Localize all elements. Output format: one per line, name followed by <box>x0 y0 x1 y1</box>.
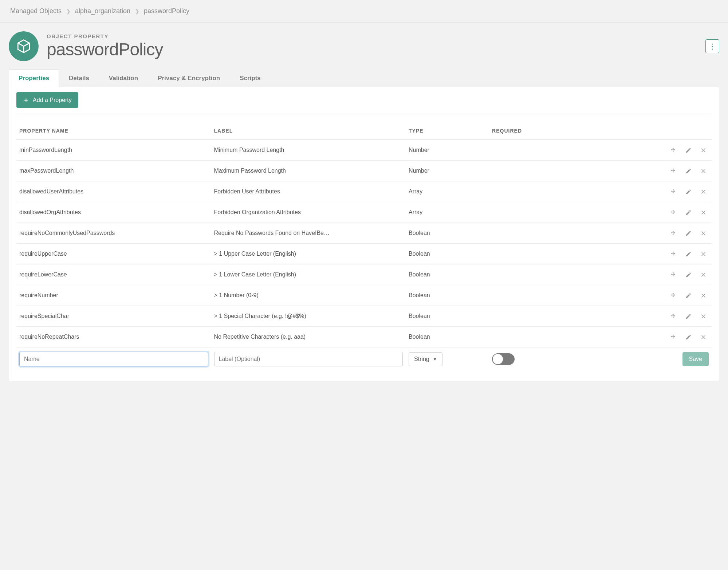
edit-icon[interactable] <box>683 290 693 300</box>
cell-label: Require No Passwords Found on HaveIBeenP… <box>211 223 406 244</box>
cell-label: > 1 Number (0-9) <box>211 285 406 306</box>
table-row: requireNoRepeatCharsNo Repetitive Charac… <box>16 327 712 347</box>
delete-icon[interactable] <box>699 228 709 238</box>
delete-icon[interactable] <box>699 166 709 176</box>
caret-down-icon: ▼ <box>433 357 437 361</box>
move-icon[interactable] <box>668 186 678 197</box>
cell-type: Array <box>406 202 489 223</box>
cell-name: maxPasswordLength <box>16 161 211 181</box>
move-icon[interactable] <box>668 332 678 342</box>
table-row: requireNoCommonlyUsedPasswordsRequire No… <box>16 223 712 244</box>
move-icon[interactable] <box>668 249 678 259</box>
col-header-label: LABEL <box>211 124 406 140</box>
object-icon <box>9 31 39 61</box>
cell-type: Array <box>406 181 489 202</box>
cell-label: No Repetitive Characters (e.g. aaa) <box>211 327 406 347</box>
tab-details[interactable]: Details <box>59 69 99 87</box>
tab-scripts[interactable]: Scripts <box>230 69 271 87</box>
table-row: maxPasswordLengthMaximum Password Length… <box>16 161 712 181</box>
delete-icon[interactable] <box>699 249 709 259</box>
delete-icon[interactable] <box>699 311 709 321</box>
cell-type: Boolean <box>406 285 489 306</box>
chevron-right-icon: ❯ <box>135 8 139 14</box>
cell-required <box>489 306 586 327</box>
col-header-type: TYPE <box>406 124 489 140</box>
edit-icon[interactable] <box>683 249 693 259</box>
edit-icon[interactable] <box>683 207 693 217</box>
cell-name: requireSpecialChar <box>16 306 211 327</box>
chevron-right-icon: ❯ <box>66 8 71 14</box>
cell-name: minPasswordLength <box>16 140 211 161</box>
delete-icon[interactable] <box>699 186 709 197</box>
breadcrumb-link[interactable]: alpha_organization <box>75 7 130 15</box>
move-icon[interactable] <box>668 207 678 217</box>
cell-required <box>489 285 586 306</box>
edit-icon[interactable] <box>683 228 693 238</box>
divider <box>16 114 712 114</box>
page-title: passwordPolicy <box>47 39 163 59</box>
edit-icon[interactable] <box>683 332 693 342</box>
table-row: minPasswordLengthMinimum Password Length… <box>16 140 712 161</box>
more-actions-button[interactable]: ⋮ <box>705 39 719 53</box>
move-icon[interactable] <box>668 145 678 155</box>
cell-required <box>489 161 586 181</box>
cell-required <box>489 223 586 244</box>
col-header-name: PROPERTY NAME <box>16 124 211 140</box>
move-icon[interactable] <box>668 311 678 321</box>
edit-icon[interactable] <box>683 145 693 155</box>
edit-icon[interactable] <box>683 311 693 321</box>
cell-name: requireNoRepeatChars <box>16 327 211 347</box>
breadcrumb: Managed Objects ❯ alpha_organization ❯ p… <box>0 0 728 23</box>
tab-privacy-encryption[interactable]: Privacy & Encryption <box>148 69 230 87</box>
cell-label: Forbidden User Attributes <box>211 181 406 202</box>
cell-label: Maximum Password Length <box>211 161 406 181</box>
tab-properties[interactable]: Properties <box>9 69 59 87</box>
name-input[interactable] <box>19 352 208 366</box>
required-toggle[interactable] <box>492 353 515 365</box>
table-row: disallowedUserAttributesForbidden User A… <box>16 181 712 202</box>
cell-name: requireLowerCase <box>16 264 211 285</box>
cell-type: Number <box>406 140 489 161</box>
add-property-button[interactable]: ＋ Add a Property <box>16 92 78 108</box>
properties-panel: ＋ Add a Property PROPERTY NAME LABEL TYP… <box>9 87 719 381</box>
cell-type: Boolean <box>406 264 489 285</box>
plus-icon: ＋ <box>23 96 29 104</box>
delete-icon[interactable] <box>699 332 709 342</box>
edit-icon[interactable] <box>683 166 693 176</box>
cell-name: disallowedOrgAttributes <box>16 202 211 223</box>
breadcrumb-link[interactable]: Managed Objects <box>10 7 62 15</box>
save-button[interactable]: Save <box>682 352 709 366</box>
cell-type: Boolean <box>406 223 489 244</box>
delete-icon[interactable] <box>699 270 709 280</box>
edit-icon[interactable] <box>683 186 693 197</box>
move-icon[interactable] <box>668 228 678 238</box>
add-property-label: Add a Property <box>33 97 72 103</box>
delete-icon[interactable] <box>699 290 709 300</box>
delete-icon[interactable] <box>699 145 709 155</box>
vertical-dots-icon: ⋮ <box>709 43 716 50</box>
cell-required <box>489 244 586 264</box>
breadcrumb-link[interactable]: passwordPolicy <box>144 7 189 15</box>
move-icon[interactable] <box>668 290 678 300</box>
cell-label: Minimum Password Length <box>211 140 406 161</box>
delete-icon[interactable] <box>699 207 709 217</box>
move-icon[interactable] <box>668 270 678 280</box>
page-kicker: OBJECT PROPERTY <box>47 33 163 39</box>
table-row: requireSpecialChar> 1 Special Character … <box>16 306 712 327</box>
cell-label: > 1 Special Character (e.g. !@#$%) <box>211 306 406 327</box>
edit-icon[interactable] <box>683 270 693 280</box>
type-select[interactable]: String ▼ <box>409 352 442 366</box>
move-icon[interactable] <box>668 166 678 176</box>
cell-required <box>489 181 586 202</box>
table-row: requireLowerCase> 1 Lower Case Letter (E… <box>16 264 712 285</box>
cell-required <box>489 264 586 285</box>
tab-validation[interactable]: Validation <box>99 69 148 87</box>
cell-required <box>489 140 586 161</box>
type-select-value: String <box>414 356 429 362</box>
label-input[interactable] <box>214 352 403 366</box>
cell-type: Number <box>406 161 489 181</box>
col-header-required: REQUIRED <box>489 124 586 140</box>
properties-table: PROPERTY NAME LABEL TYPE REQUIRED minPas… <box>16 124 712 371</box>
table-row: requireUpperCase> 1 Upper Case Letter (E… <box>16 244 712 264</box>
table-row: disallowedOrgAttributesForbidden Organiz… <box>16 202 712 223</box>
